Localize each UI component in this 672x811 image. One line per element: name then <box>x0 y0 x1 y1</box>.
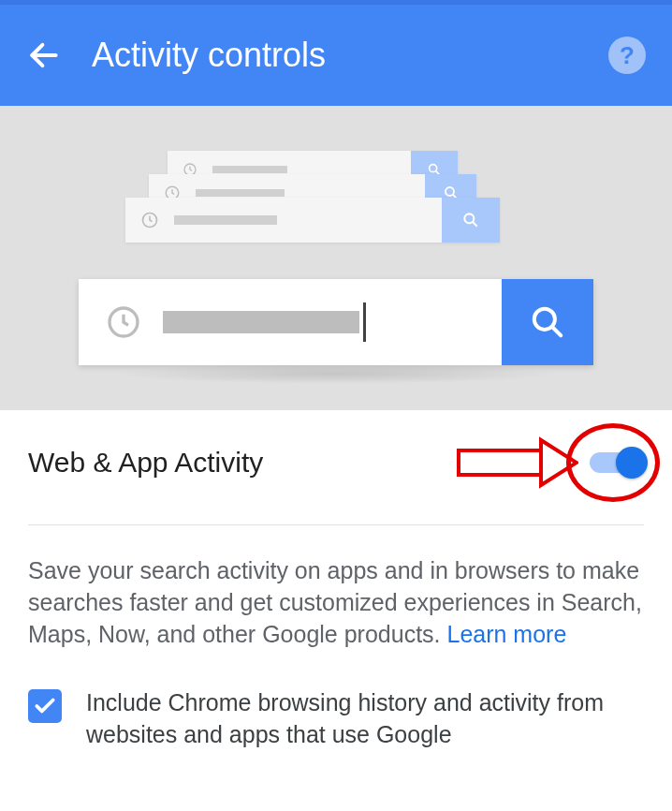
search-placeholder-bar <box>163 311 359 333</box>
content-area: Web & App Activity Save your search acti… <box>0 410 672 751</box>
svg-marker-14 <box>541 440 577 485</box>
toggle-annotation-wrapper <box>457 436 644 489</box>
stacked-search-card <box>125 198 500 243</box>
svg-point-2 <box>430 165 437 172</box>
app-header: Activity controls ? <box>0 5 672 106</box>
clock-icon <box>105 303 142 341</box>
checkmark-icon <box>33 694 57 718</box>
shadow-decoration <box>111 363 561 384</box>
activity-toggle[interactable] <box>590 452 644 473</box>
svg-rect-13 <box>459 450 541 475</box>
activity-toggle-row: Web & App Activity <box>28 436 644 525</box>
checkbox-label: Include Chrome browsing history and acti… <box>86 687 644 751</box>
back-arrow-icon[interactable] <box>26 37 62 73</box>
text-cursor <box>363 302 366 342</box>
svg-line-9 <box>473 222 477 227</box>
main-search-bar <box>79 279 593 365</box>
learn-more-link[interactable]: Learn more <box>446 621 566 647</box>
svg-point-8 <box>464 214 474 223</box>
section-description: Save your search activity on apps and in… <box>28 555 644 650</box>
annotation-arrow-icon <box>457 436 578 489</box>
search-icon <box>530 304 565 340</box>
include-chrome-checkbox[interactable] <box>28 689 62 723</box>
toggle-knob <box>616 447 648 479</box>
help-icon[interactable]: ? <box>608 37 646 74</box>
section-title: Web & App Activity <box>28 447 263 479</box>
search-button[interactable] <box>502 279 593 365</box>
svg-point-5 <box>446 187 454 196</box>
svg-line-12 <box>552 327 562 336</box>
search-illustration <box>0 106 672 410</box>
checkbox-row: Include Chrome browsing history and acti… <box>28 687 644 751</box>
page-title: Activity controls <box>92 36 608 75</box>
